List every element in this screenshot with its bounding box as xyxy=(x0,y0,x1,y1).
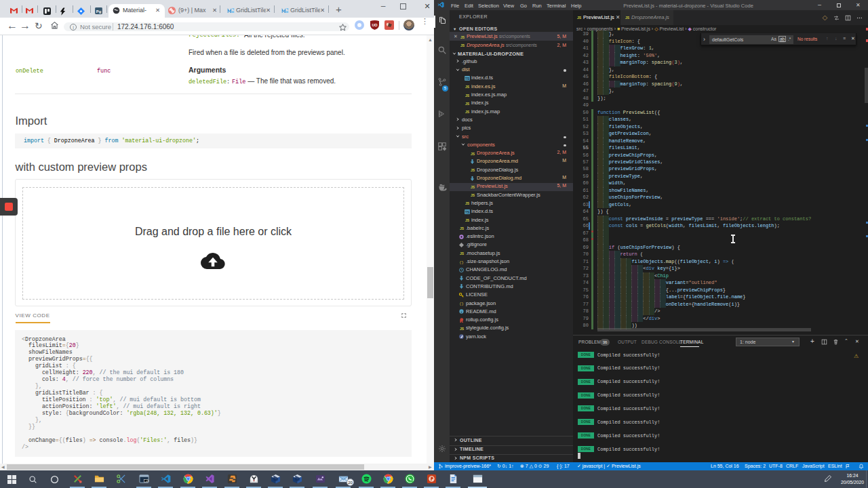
svg-text:JS: JS xyxy=(471,151,475,155)
svg-text:C:\: C:\ xyxy=(146,480,149,483)
svg-text:JS: JS xyxy=(471,168,475,172)
svg-text:UO: UO xyxy=(372,23,378,27)
svg-text:Pg: Pg xyxy=(96,9,102,14)
svg-text:{}: {} xyxy=(459,260,464,264)
svg-text:JS: JS xyxy=(465,85,470,89)
svg-text:JS: JS xyxy=(465,110,470,114)
svg-text:JS: JS xyxy=(460,43,465,47)
svg-text:JS: JS xyxy=(471,193,475,197)
svg-text:JS: JS xyxy=(465,93,470,97)
svg-text:TS: TS xyxy=(465,210,470,214)
svg-text:JS: JS xyxy=(460,327,465,331)
svg-text:JS: JS xyxy=(577,16,582,20)
svg-text:JS: JS xyxy=(460,251,465,256)
svg-text:TS: TS xyxy=(465,77,470,81)
svg-text:JS: JS xyxy=(465,102,470,106)
svg-text:JS: JS xyxy=(465,218,470,222)
svg-text:JS: JS xyxy=(460,226,465,230)
svg-text:JS: JS xyxy=(465,201,470,205)
svg-text:{}: {} xyxy=(459,302,464,306)
svg-text:JS: JS xyxy=(625,16,630,20)
svg-text:JS: JS xyxy=(460,35,465,39)
svg-text:JS: JS xyxy=(471,185,475,189)
